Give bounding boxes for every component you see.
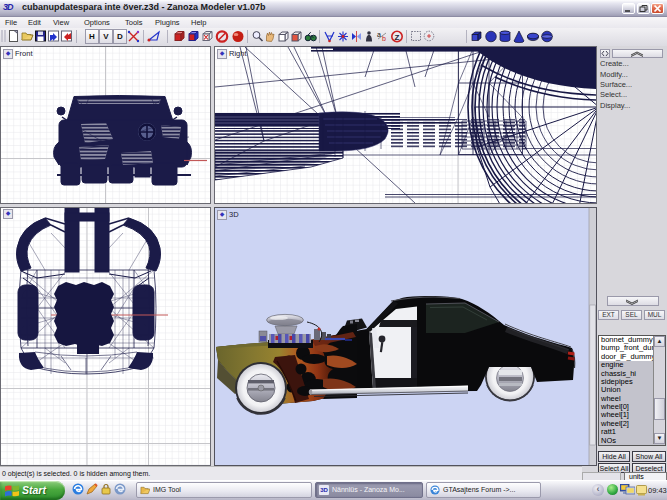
svg-text:Z: Z (395, 33, 400, 42)
svg-text:D: D (117, 32, 123, 41)
svg-text:H: H (89, 32, 95, 41)
svg-text:V: V (103, 32, 109, 41)
svg-text:b: b (382, 35, 386, 42)
